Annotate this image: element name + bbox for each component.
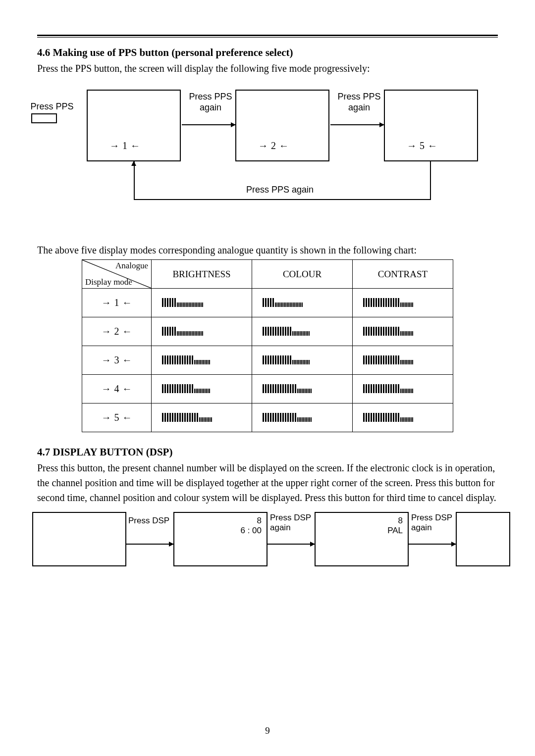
arrow-right-icon xyxy=(258,140,268,151)
table-row: 4 xyxy=(82,375,453,403)
table-row: 5 xyxy=(82,403,453,432)
flow-arrow-2 xyxy=(330,124,384,125)
chart-caption: The above five display modes correspondi… xyxy=(37,243,498,257)
mode-cell: 3 xyxy=(82,346,152,375)
dsp-channel-number-2: 8 xyxy=(387,516,403,526)
colour-cell xyxy=(252,375,353,403)
contrast-cell xyxy=(353,375,453,403)
pps-screen-5: 5 xyxy=(384,90,478,161)
mode-2-number: 2 xyxy=(271,140,276,151)
contrast-cell xyxy=(353,289,453,317)
table-row: 1 xyxy=(82,289,453,317)
colour-cell xyxy=(252,289,353,317)
arrow-right-icon xyxy=(109,140,119,151)
press-pps-again-bottom: Press PPS again xyxy=(225,185,334,196)
table-row: 3 xyxy=(82,346,453,375)
press-pps-again-1: Press PPS again xyxy=(186,92,235,113)
mode-cell: 2 xyxy=(82,317,152,346)
dsp-screen-0 xyxy=(32,512,126,566)
dsp-screen-1: 8 6 : 00 xyxy=(173,512,268,566)
brightness-cell xyxy=(152,346,252,375)
col-contrast: CONTRAST xyxy=(353,260,453,289)
dsp-screen-2: 8 PAL xyxy=(315,512,409,566)
mode-5-number: 5 xyxy=(420,140,425,151)
arrow-left-icon xyxy=(279,140,289,151)
mode-5-indicator: 5 xyxy=(407,140,437,151)
brightness-cell xyxy=(152,375,252,403)
corner-bottom-label: Display mode xyxy=(85,277,132,287)
dsp-flow-diagram: Press DSP 8 6 : 00 Press DSP again 8 PAL… xyxy=(37,509,498,578)
pps-screen-1: 1 xyxy=(87,90,181,161)
mode-cell: 5 xyxy=(82,403,152,432)
mode-cell: 1 xyxy=(82,289,152,317)
dsp-arrow-2 xyxy=(268,544,315,545)
section-4-7-heading: 4.7 DISPLAY BUTTON (DSP) xyxy=(37,446,498,458)
brightness-cell xyxy=(152,317,252,346)
brightness-cell xyxy=(152,289,252,317)
col-colour: COLOUR xyxy=(252,260,353,289)
page-top-rule xyxy=(37,35,498,38)
analogue-chart-table: Analogue Display mode BRIGHTNESS COLOUR … xyxy=(82,259,453,432)
corner-top-label: Analogue xyxy=(115,261,148,271)
press-pps-again-2: Press PPS again xyxy=(334,92,384,113)
press-dsp-label-1: Press DSP xyxy=(128,516,169,526)
arrow-left-icon xyxy=(428,140,437,151)
contrast-cell xyxy=(353,403,453,432)
dsp-screen-3 xyxy=(456,512,510,566)
mode-1-indicator: 1 xyxy=(109,140,140,151)
arrow-left-icon xyxy=(130,140,140,151)
section-4-6-intro: Press the PPS button, the screen will di… xyxy=(37,61,498,76)
dsp-screen-1-content: 8 6 : 00 xyxy=(240,516,262,535)
arrow-right-icon xyxy=(407,140,417,151)
contrast-cell xyxy=(353,346,453,375)
press-dsp-again-1: Press DSP again xyxy=(270,513,311,532)
flow-arrow-1 xyxy=(182,124,235,125)
dsp-colour-system: PAL xyxy=(387,526,403,536)
pps-screen-2: 2 xyxy=(235,90,329,161)
table-corner-cell: Analogue Display mode xyxy=(82,260,152,289)
mode-2-indicator: 2 xyxy=(258,140,289,151)
table-row: 2 xyxy=(82,317,453,346)
press-pps-label: Press PPS xyxy=(22,101,82,112)
colour-cell xyxy=(252,317,353,346)
dsp-channel-number: 8 xyxy=(240,516,262,526)
pps-flow-diagram: Press PPS 1 Press PPS again 2 Press PPS … xyxy=(37,85,498,223)
col-brightness: BRIGHTNESS xyxy=(152,260,252,289)
dsp-arrow-3 xyxy=(409,544,456,545)
dsp-screen-2-content: 8 PAL xyxy=(387,516,403,535)
mode-1-number: 1 xyxy=(122,140,127,151)
colour-cell xyxy=(252,346,353,375)
section-4-7-body: Press this button, the present channel n… xyxy=(37,460,498,505)
section-4-6-heading: 4.6 Making use of PPS button (personal p… xyxy=(37,47,498,59)
brightness-cell xyxy=(152,403,252,432)
dsp-time: 6 : 00 xyxy=(240,526,262,536)
page-number: 9 xyxy=(0,725,535,736)
contrast-cell xyxy=(353,317,453,346)
colour-cell xyxy=(252,403,353,432)
pps-return-arrowhead xyxy=(131,161,136,166)
dsp-arrow-1 xyxy=(126,544,173,545)
mode-cell: 4 xyxy=(82,375,152,403)
press-dsp-again-2: Press DSP again xyxy=(411,513,452,532)
pps-button-icon xyxy=(31,113,57,123)
